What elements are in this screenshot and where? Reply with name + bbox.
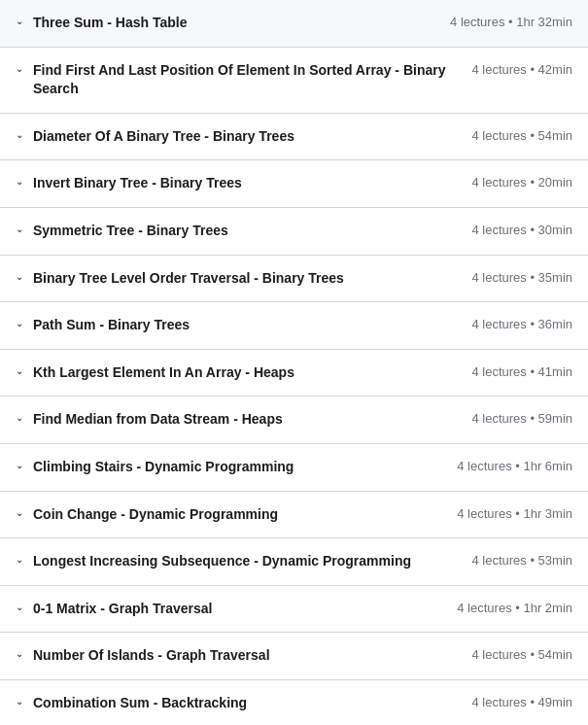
- course-title: 0-1 Matrix - Graph Traversal: [33, 600, 212, 619]
- course-item[interactable]: ⌄Combination Sum - Backtracking4 lecture…: [0, 680, 588, 725]
- course-item-left: ⌄Invert Binary Tree - Binary Trees: [16, 174, 456, 193]
- chevron-down-icon: ⌄: [16, 602, 23, 612]
- chevron-down-icon: ⌄: [16, 412, 23, 423]
- chevron-down-icon: ⌄: [16, 648, 23, 659]
- course-item-left: ⌄Kth Largest Element In An Array - Heaps: [16, 363, 456, 383]
- course-item[interactable]: ⌄Three Sum - Hash Table4 lectures • 1hr …: [0, 0, 588, 48]
- course-title: Invert Binary Tree - Binary Trees: [33, 174, 242, 193]
- course-meta: 4 lectures • 20min: [471, 175, 572, 190]
- course-list: ⌄Three Sum - Hash Table4 lectures • 1hr …: [0, 0, 588, 725]
- course-item[interactable]: ⌄Find Median from Data Stream - Heaps4 l…: [0, 397, 588, 444]
- chevron-down-icon: ⌄: [16, 554, 23, 565]
- course-item-left: ⌄Combination Sum - Backtracking: [16, 694, 456, 713]
- chevron-down-icon: ⌄: [16, 696, 23, 707]
- course-title: Three Sum - Hash Table: [33, 14, 187, 33]
- course-item-left: ⌄Path Sum - Binary Trees: [16, 316, 456, 335]
- course-item-left: ⌄Symmetric Tree - Binary Trees: [16, 222, 456, 241]
- course-title: Diameter Of A Binary Tree - Binary Trees: [33, 127, 294, 147]
- chevron-down-icon: ⌄: [16, 129, 23, 140]
- course-title: Combination Sum - Backtracking: [33, 694, 247, 713]
- chevron-down-icon: ⌄: [16, 16, 23, 26]
- course-item-left: ⌄Diameter Of A Binary Tree - Binary Tree…: [16, 127, 456, 147]
- course-item[interactable]: ⌄Path Sum - Binary Trees4 lectures • 36m…: [0, 302, 588, 350]
- course-item[interactable]: ⌄Longest Increasing Subsequence - Dynami…: [0, 538, 588, 586]
- chevron-down-icon: ⌄: [16, 460, 23, 470]
- course-item-left: ⌄Number Of Islands - Graph Traversal: [16, 646, 456, 666]
- course-meta: 4 lectures • 1hr 2min: [457, 601, 572, 615]
- course-meta: 4 lectures • 1hr 32min: [450, 15, 572, 29]
- course-title: Symmetric Tree - Binary Trees: [33, 222, 228, 241]
- course-item-left: ⌄Binary Tree Level Order Traversal - Bin…: [16, 269, 456, 289]
- course-item[interactable]: ⌄Find First And Last Position Of Element…: [0, 48, 588, 114]
- chevron-down-icon: ⌄: [16, 176, 23, 187]
- course-item[interactable]: ⌄Kth Largest Element In An Array - Heaps…: [0, 350, 588, 397]
- chevron-down-icon: ⌄: [16, 63, 23, 74]
- course-item[interactable]: ⌄Symmetric Tree - Binary Trees4 lectures…: [0, 208, 588, 256]
- course-title: Climbing Stairs - Dynamic Programming: [33, 458, 294, 477]
- course-item-left: ⌄Find First And Last Position Of Element…: [16, 61, 456, 99]
- course-meta: 4 lectures • 35min: [471, 270, 572, 285]
- course-meta: 4 lectures • 1hr 3min: [457, 506, 572, 521]
- course-title: Find First And Last Position Of Element …: [33, 61, 456, 99]
- course-item-left: ⌄Longest Increasing Subsequence - Dynami…: [16, 552, 456, 571]
- course-title: Path Sum - Binary Trees: [33, 316, 190, 335]
- course-item-left: ⌄Coin Change - Dynamic Programming: [16, 505, 441, 525]
- course-item[interactable]: ⌄Binary Tree Level Order Traversal - Bin…: [0, 256, 588, 303]
- course-title: Binary Tree Level Order Traversal - Bina…: [33, 269, 344, 289]
- chevron-down-icon: ⌄: [16, 365, 23, 376]
- course-title: Coin Change - Dynamic Programming: [33, 505, 278, 525]
- course-meta: 4 lectures • 1hr 6min: [457, 459, 572, 473]
- course-meta: 4 lectures • 54min: [471, 647, 572, 662]
- course-meta: 4 lectures • 54min: [471, 128, 572, 143]
- course-item[interactable]: ⌄Coin Change - Dynamic Programming4 lect…: [0, 492, 588, 539]
- chevron-down-icon: ⌄: [16, 224, 23, 234]
- course-item[interactable]: ⌄Number Of Islands - Graph Traversal4 le…: [0, 633, 588, 680]
- course-item-left: ⌄Three Sum - Hash Table: [16, 14, 434, 33]
- course-item-left: ⌄Climbing Stairs - Dynamic Programming: [16, 458, 441, 477]
- course-item-left: ⌄Find Median from Data Stream - Heaps: [16, 410, 456, 430]
- course-item-left: ⌄0-1 Matrix - Graph Traversal: [16, 600, 441, 619]
- course-item[interactable]: ⌄Invert Binary Tree - Binary Trees4 lect…: [0, 160, 588, 208]
- course-meta: 4 lectures • 30min: [471, 223, 572, 237]
- course-title: Kth Largest Element In An Array - Heaps: [33, 363, 294, 383]
- course-title: Longest Increasing Subsequence - Dynamic…: [33, 552, 411, 571]
- course-meta: 4 lectures • 41min: [471, 364, 572, 379]
- course-title: Number Of Islands - Graph Traversal: [33, 646, 270, 666]
- course-item[interactable]: ⌄Climbing Stairs - Dynamic Programming4 …: [0, 444, 588, 492]
- course-meta: 4 lectures • 53min: [471, 553, 572, 568]
- course-item[interactable]: ⌄0-1 Matrix - Graph Traversal4 lectures …: [0, 586, 588, 634]
- course-meta: 4 lectures • 59min: [471, 411, 572, 426]
- course-title: Find Median from Data Stream - Heaps: [33, 410, 283, 430]
- chevron-down-icon: ⌄: [16, 507, 23, 518]
- chevron-down-icon: ⌄: [16, 318, 23, 328]
- course-meta: 4 lectures • 42min: [471, 62, 572, 77]
- course-meta: 4 lectures • 36min: [471, 317, 572, 331]
- chevron-down-icon: ⌄: [16, 271, 23, 282]
- course-meta: 4 lectures • 49min: [471, 695, 572, 709]
- course-item[interactable]: ⌄Diameter Of A Binary Tree - Binary Tree…: [0, 114, 588, 161]
